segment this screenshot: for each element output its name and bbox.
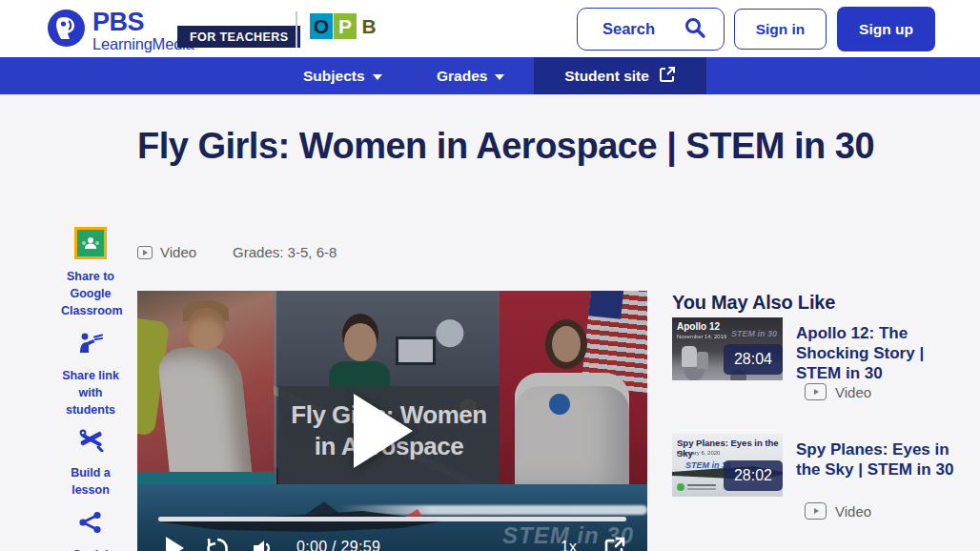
search-button[interactable]: Search [577, 8, 725, 51]
rail-action-label: Share link with students [61, 367, 120, 418]
nav-grades[interactable]: Grades [437, 57, 504, 94]
nav-subjects[interactable]: Subjects [303, 57, 382, 94]
build-lesson-icon [77, 427, 104, 456]
progress-bar[interactable] [158, 517, 626, 521]
chevron-down-icon [495, 74, 504, 80]
duration: 29:59 [341, 539, 381, 551]
related-thumbnail-spy-planes[interactable]: Spy Planes: Eyes in the Sky February 6, … [672, 434, 783, 497]
share-to-google-classroom-button[interactable]: Share to Google Classroom [55, 227, 126, 319]
fullscreen-icon[interactable] [603, 536, 626, 551]
video-type-icon [805, 502, 827, 520]
sign-up-button[interactable]: Sign up [837, 7, 935, 51]
media-type-label: Video [160, 244, 196, 260]
main-nav: Subjects Grades Student site [0, 57, 980, 94]
rail-action-label: Build a lesson [61, 464, 120, 499]
chevron-down-icon [373, 74, 382, 80]
video-player[interactable]: Fly Girls: Women in Aerospace STEM in 30 [137, 291, 647, 551]
duration-badge: 28:04 [724, 344, 783, 375]
duration-badge: 28:02 [724, 460, 783, 491]
for-teachers-badge: FOR TEACHERS [177, 26, 300, 48]
playback-speed-button[interactable]: 1x [561, 539, 577, 551]
opb-letter-b: B [357, 13, 380, 39]
related-title-link[interactable]: Apollo 12: The Shocking Story | STEM in … [796, 323, 970, 383]
video-type-icon [805, 383, 827, 400]
related-title-link[interactable]: Spy Planes: Eyes in the Sky | STEM in 30 [796, 439, 970, 480]
video-type-icon [137, 246, 153, 259]
moon-scene [682, 346, 697, 367]
sign-in-button[interactable]: Sign in [734, 9, 827, 50]
search-label: Search [602, 20, 655, 38]
resource-meta: Video Grades: 3-5, 6-8 [137, 244, 337, 260]
share-link-icon [76, 332, 105, 358]
volume-icon[interactable] [251, 536, 276, 551]
header: PBS LearningMedia FOR TEACHERS O P B Sea… [0, 0, 980, 57]
current-time: 0:00 [296, 539, 327, 551]
pbs-learningmedia-logo[interactable]: PBS LearningMedia [48, 10, 194, 52]
header-divider [296, 11, 297, 48]
google-classroom-icon [74, 227, 107, 259]
page-title: Fly Girls: Women in Aerospace | STEM in … [137, 123, 908, 169]
media-type-badge: Video [796, 383, 871, 400]
play-control-icon[interactable] [166, 537, 184, 551]
opb-letter-o: O [310, 13, 333, 39]
pbs-logo-icon [48, 10, 85, 51]
time-display: 0:00 / 29:59 [296, 539, 380, 551]
opb-letter-p: P [334, 13, 357, 39]
share-link-with-students-button[interactable]: Share link with students [55, 332, 126, 418]
build-a-lesson-button[interactable]: Build a lesson [55, 427, 126, 499]
search-icon [684, 16, 706, 43]
external-link-icon [659, 66, 676, 87]
station-logo-dot [677, 483, 684, 491]
page: PBS LearningMedia FOR TEACHERS O P B Sea… [0, 0, 980, 551]
rewind-icon[interactable] [205, 536, 230, 551]
station-logo-text [687, 484, 716, 490]
play-button[interactable] [354, 394, 413, 468]
grades-label: Grades: 3-5, 6-8 [233, 244, 337, 260]
nav-student-site[interactable]: Student site [534, 57, 706, 94]
time-separator: / [332, 539, 337, 551]
you-may-also-like-heading: You May Also Like [672, 292, 835, 314]
related-thumbnail-apollo-12[interactable]: Apollo 12 November 14, 2019 STEM in 30 2… [672, 317, 783, 380]
rail-action-label: Social [61, 546, 120, 551]
social-share-button[interactable]: Social [55, 511, 126, 551]
opb-station-logo[interactable]: O P B [310, 13, 380, 39]
rail-action-label: Share to Google Classroom [61, 268, 120, 319]
share-network-icon [78, 511, 103, 538]
media-type-badge: Video [796, 502, 871, 520]
player-controls: 0:00 / 29:59 1x [137, 531, 647, 551]
